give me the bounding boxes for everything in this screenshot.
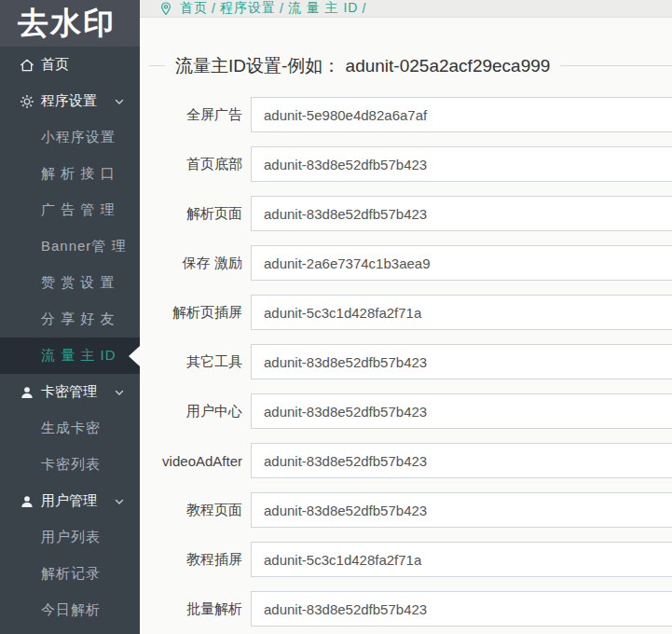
sidebar-item-label: 解 析 接 口 bbox=[41, 165, 116, 183]
user-icon bbox=[19, 493, 34, 509]
sidebar-item-label: 今日解析 bbox=[41, 601, 101, 619]
breadcrumb-separator: / bbox=[362, 1, 366, 16]
sidebar-item-card-list[interactable]: 卡密列表 bbox=[0, 447, 140, 483]
page-title-row: 流量主ID设置-例如： adunit-025a2acf29eca999 bbox=[140, 55, 672, 76]
sidebar-item-label: 卡密管理 bbox=[41, 383, 97, 401]
title-divider bbox=[560, 65, 672, 66]
form-row-label: 保存 激励 bbox=[140, 255, 251, 272]
adunit-input-1[interactable] bbox=[251, 146, 672, 182]
adunit-input-2[interactable] bbox=[251, 196, 672, 231]
form-row-label: 教程页面 bbox=[140, 502, 251, 519]
form-row: 保存 激励 bbox=[140, 245, 672, 281]
sidebar-item-today-parses[interactable]: 今日解析 bbox=[0, 592, 140, 628]
adunit-input-8[interactable] bbox=[251, 492, 672, 528]
sidebar-item-card-management[interactable]: 卡密管理 bbox=[0, 374, 140, 410]
gear-icon bbox=[19, 93, 34, 109]
form-row-label: 全屏广告 bbox=[140, 106, 251, 124]
user-icon bbox=[19, 384, 34, 400]
form-row: 用户中心 bbox=[140, 393, 672, 429]
adunit-input-4[interactable] bbox=[251, 295, 672, 330]
breadcrumb-separator: / bbox=[212, 1, 216, 16]
sidebar-item-share-friends[interactable]: 分 享 好 友 bbox=[0, 301, 140, 338]
form-row-label: 解析页面 bbox=[140, 205, 251, 223]
sidebar-item-banner-management[interactable]: Banner管 理 bbox=[0, 228, 140, 265]
form-row: 首页底部 bbox=[140, 146, 672, 182]
adunit-input-0[interactable] bbox=[251, 97, 672, 132]
sidebar-item-label: 用户管理 bbox=[41, 492, 97, 510]
adunit-form: 全屏广告 首页底部 解析页面 保存 激励 解析页插屏 其它工具 用户中心 vid… bbox=[140, 97, 672, 634]
breadcrumb-item[interactable]: 程序设置 bbox=[220, 0, 276, 17]
chevron-down-icon bbox=[113, 495, 126, 508]
form-row-label: 其它工具 bbox=[140, 353, 251, 371]
main-content: 首页/程序设置/流 量 主 ID/ 流量主ID设置-例如： adunit-025… bbox=[140, 0, 672, 634]
adunit-input-7[interactable] bbox=[251, 443, 672, 478]
sidebar-item-label: 流 量 主 ID bbox=[41, 347, 117, 365]
sidebar-menu: 首页 程序设置 小程序设置 解 析 接 口 广 告 管 理 Banner管 理 … bbox=[0, 47, 140, 634]
form-row-label: videoAdAfter bbox=[140, 453, 251, 469]
breadcrumb-item[interactable]: 首页 bbox=[180, 0, 208, 17]
sidebar-item-user-list[interactable]: 用户列表 bbox=[0, 519, 140, 556]
sidebar-item-ad-management[interactable]: 广 告 管 理 bbox=[0, 192, 140, 228]
sidebar-item-label: 首页 bbox=[41, 56, 69, 74]
sidebar-item-generate-card[interactable]: 生成卡密 bbox=[0, 410, 140, 447]
sidebar-item-user-management[interactable]: 用户管理 bbox=[0, 483, 140, 519]
form-row: 教程页面 bbox=[140, 492, 672, 528]
chevron-down-icon bbox=[113, 386, 126, 399]
form-row: videoAdAfter bbox=[140, 443, 672, 478]
form-row: 全屏广告 bbox=[140, 97, 672, 132]
form-row-label: 首页底部 bbox=[140, 156, 251, 173]
home-icon bbox=[19, 57, 34, 73]
form-row-label: 批量解析 bbox=[140, 600, 251, 618]
title-divider bbox=[149, 65, 165, 66]
location-pin-icon bbox=[158, 1, 173, 16]
sidebar-item-label: 程序设置 bbox=[41, 92, 97, 110]
sidebar-item-traffic-id[interactable]: 流 量 主 ID bbox=[0, 338, 140, 374]
sidebar: 去水印 首页 程序设置 小程序设置 解 析 接 口 广 告 管 理 Banner… bbox=[0, 0, 140, 634]
sidebar-item-home[interactable]: 首页 bbox=[0, 47, 140, 83]
adunit-input-3[interactable] bbox=[251, 245, 672, 281]
page-title: 流量主ID设置-例如： adunit-025a2acf29eca999 bbox=[165, 54, 560, 78]
form-row: 教程插屏 bbox=[140, 542, 672, 577]
breadcrumb-item[interactable]: 流 量 主 ID bbox=[288, 0, 359, 17]
app-logo: 去水印 bbox=[0, 0, 140, 47]
adunit-input-6[interactable] bbox=[251, 393, 672, 429]
sidebar-item-label: Banner管 理 bbox=[41, 238, 127, 255]
sidebar-item-label: 用户列表 bbox=[41, 529, 101, 546]
form-row: 解析页插屏 bbox=[140, 295, 672, 330]
sidebar-item-label: 生成卡密 bbox=[41, 420, 101, 437]
sidebar-item-parse-api[interactable]: 解 析 接 口 bbox=[0, 156, 140, 192]
sidebar-item-label: 广 告 管 理 bbox=[41, 201, 116, 219]
adunit-input-5[interactable] bbox=[251, 344, 672, 379]
sidebar-item-label: 分 享 好 友 bbox=[41, 310, 116, 328]
sidebar-item-parse-records[interactable]: 解析记录 bbox=[0, 556, 140, 592]
chevron-down-icon bbox=[113, 95, 126, 108]
form-row-label: 教程插屏 bbox=[140, 551, 251, 569]
form-row-label: 用户中心 bbox=[140, 403, 251, 420]
sidebar-item-label: 小程序设置 bbox=[41, 129, 116, 146]
adunit-input-10[interactable] bbox=[251, 591, 672, 627]
sidebar-item-miniprogram-settings[interactable]: 小程序设置 bbox=[0, 119, 140, 156]
form-row-label: 解析页插屏 bbox=[140, 304, 251, 322]
sidebar-item-label: 解析记录 bbox=[41, 565, 101, 583]
sidebar-item-label: 卡密列表 bbox=[41, 456, 101, 474]
sidebar-item-label: 赞 赏 设 置 bbox=[41, 274, 116, 292]
adunit-input-9[interactable] bbox=[251, 542, 672, 577]
sidebar-item-program-settings[interactable]: 程序设置 bbox=[0, 83, 140, 119]
sidebar-item-reward-settings[interactable]: 赞 赏 设 置 bbox=[0, 265, 140, 301]
form-row: 其它工具 bbox=[140, 344, 672, 379]
form-row: 批量解析 bbox=[140, 591, 672, 627]
breadcrumb: 首页/程序设置/流 量 主 ID/ bbox=[140, 0, 672, 18]
breadcrumb-separator: / bbox=[280, 1, 284, 16]
form-row: 解析页面 bbox=[140, 196, 672, 231]
